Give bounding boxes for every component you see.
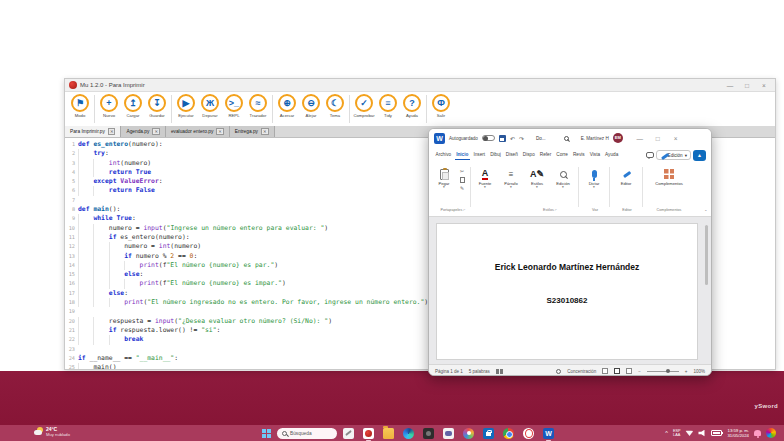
word-minimize-button[interactable]: — (633, 135, 647, 142)
share-button[interactable]: ▲ (693, 150, 706, 161)
mu-button-repl[interactable]: >_REPL (222, 94, 246, 118)
mu-button-debug[interactable]: ЖDepurar (198, 94, 222, 118)
editing-mode-dropdown[interactable]: Edición ▾ (656, 150, 691, 160)
mu-minimize-button[interactable]: — (723, 82, 737, 89)
microsoft-store-icon[interactable] (483, 428, 494, 439)
document-text-name[interactable]: Erick Leonardo Martínez Hernández (437, 262, 697, 272)
word-tab-dispo[interactable]: Dispo (521, 150, 536, 160)
weather-widget[interactable]: 24°C Muy nublado (34, 426, 70, 437)
focus-label[interactable]: Concentración (567, 369, 596, 374)
redo-icon[interactable]: ↷ (519, 135, 524, 142)
clock[interactable]: 13:59 p. m. 31/05/2024 (727, 428, 749, 439)
notifications-bell-icon[interactable] (754, 430, 761, 436)
print-layout-icon[interactable] (614, 368, 620, 374)
mu-button-run[interactable]: ▶Ejecutar (174, 94, 198, 118)
mu-button-help[interactable]: ?Ayuda (400, 94, 424, 118)
word-close-button[interactable]: × (669, 135, 683, 142)
word-tab-refer[interactable]: Refer (538, 150, 552, 160)
copy-icon[interactable] (460, 177, 465, 183)
mu-tab[interactable]: Entrega.py✕ (230, 126, 275, 137)
camera-app-icon[interactable] (423, 428, 434, 439)
close-tab-icon[interactable]: ✕ (261, 128, 269, 135)
paste-button[interactable]: Pegar ▾ (433, 167, 455, 189)
paragraph-group-button[interactable]: ≡ Párrafo ▾ (500, 167, 522, 189)
battery-icon[interactable] (711, 430, 722, 436)
language-indicator[interactable]: ESP LAA (673, 429, 681, 437)
chrome-browser-icon[interactable] (503, 428, 514, 439)
word-count[interactable]: 5 palabras (469, 369, 490, 374)
word-tab-insert[interactable]: Insert (472, 150, 487, 160)
mu-button-zoom-in[interactable]: ⊕Acercar (275, 94, 299, 118)
zoom-out-button[interactable]: − (638, 369, 641, 374)
ribbon-collapse-icon[interactable]: ⌄ (704, 207, 707, 212)
mu-button-plotter[interactable]: ≈Trazador (246, 94, 270, 118)
mu-button-load[interactable]: ↥Cargar (121, 94, 145, 118)
photos-app-icon[interactable] (463, 428, 474, 439)
word-tab-diseñ[interactable]: Diseñ (504, 150, 519, 160)
mu-maximize-button[interactable]: □ (740, 82, 754, 89)
word-page[interactable]: Erick Leonardo Martínez Hernández S23010… (436, 223, 698, 360)
volume-icon[interactable] (698, 430, 706, 437)
styles-group-button[interactable]: A✎ Estilos ▾ (526, 167, 548, 189)
mu-tab[interactable]: Para Imprimir.py✕ (65, 126, 121, 137)
mu-tab[interactable]: evaluador entero.py✕ (166, 126, 230, 137)
cut-icon[interactable]: ✂ (457, 168, 467, 175)
word-tab-vista[interactable]: Vista (588, 150, 601, 160)
mu-tab[interactable]: Agenda.py✕ (121, 126, 165, 137)
document-text-id[interactable]: S23010862 (437, 296, 697, 305)
save-icon[interactable] (499, 135, 506, 142)
account-avatar[interactable]: EM (613, 133, 623, 143)
undo-icon[interactable]: ↶ (510, 135, 515, 142)
start-button[interactable] (262, 429, 271, 438)
mu-button-zoom-out[interactable]: ⊖Alejar (299, 94, 323, 118)
word-tab-inicio[interactable]: Inicio (455, 150, 470, 160)
word-scrollbar[interactable] (705, 225, 708, 285)
dictate-button[interactable]: Dictar ▾ (582, 167, 606, 189)
close-tab-icon[interactable]: ✕ (152, 128, 160, 135)
mu-button-save[interactable]: ↧Guardar (145, 94, 169, 118)
edge-browser-icon[interactable] (403, 428, 414, 439)
editing-group-button[interactable]: Edición ▾ (552, 167, 574, 189)
mu-button-new[interactable]: +Nuevo (97, 94, 121, 118)
zoom-in-button[interactable]: + (685, 369, 688, 374)
word-tab-dibuj[interactable]: Dibuj (489, 150, 503, 160)
web-layout-icon[interactable] (626, 368, 632, 374)
zoom-level[interactable]: 100% (693, 369, 705, 374)
mu-button-check[interactable]: ✓Comprobar (352, 94, 376, 118)
taskbar-search[interactable]: Búsqueda (277, 428, 337, 439)
zoom-slider[interactable] (647, 371, 679, 372)
document-title[interactable]: Do... (536, 136, 546, 141)
pen-app-icon[interactable] (343, 428, 354, 439)
word-app-icon[interactable]: W (543, 428, 554, 439)
read-mode-icon[interactable] (602, 368, 608, 374)
format-painter-icon[interactable]: ✎ (457, 185, 467, 192)
mu-editor-icon[interactable] (363, 428, 374, 439)
autosave-toggle[interactable] (482, 135, 495, 141)
mu-titlebar[interactable]: Mu 1.2.0 - Para Imprimir — □ × (65, 79, 775, 92)
editor-button[interactable]: Editor (613, 167, 639, 186)
comments-icon[interactable] (646, 152, 654, 158)
hidden-icons-chevron[interactable]: ^ (665, 430, 668, 436)
mu-close-button[interactable]: × (757, 82, 771, 89)
addins-button[interactable]: Complementos (647, 167, 691, 186)
proofing-icon[interactable] (496, 369, 503, 374)
word-tab-corre[interactable]: Corre (555, 150, 570, 160)
close-tab-icon[interactable]: ✕ (216, 128, 224, 135)
mu-button-theme[interactable]: ☾Tema (323, 94, 347, 118)
font-group-button[interactable]: A Fuente ▾ (474, 167, 496, 189)
word-maximize-button[interactable]: □ (651, 135, 665, 142)
chat-app-icon[interactable] (443, 428, 454, 439)
close-tab-icon[interactable]: ✕ (108, 128, 116, 135)
file-explorer-icon[interactable] (383, 428, 394, 439)
wifi-icon[interactable] (685, 430, 693, 436)
mu-button-tidy[interactable]: ≡Tidy (376, 94, 400, 118)
word-tab-ayuda[interactable]: Ayuda (604, 150, 620, 160)
word-tab-archivo[interactable]: Archivo (434, 150, 453, 160)
page-count[interactable]: Página 1 de 1 (435, 369, 463, 374)
mu-button-quit[interactable]: ФSalir (429, 94, 453, 118)
search-icon[interactable] (564, 136, 569, 141)
mu-button-mode[interactable]: ⚑Modo (68, 94, 92, 118)
word-titlebar[interactable]: W Autoguardado ↶ ↷ Do... E. Martínez H E… (429, 129, 711, 147)
word-tab-revis[interactable]: Revis (571, 150, 586, 160)
color-wheel-icon[interactable] (766, 428, 776, 438)
